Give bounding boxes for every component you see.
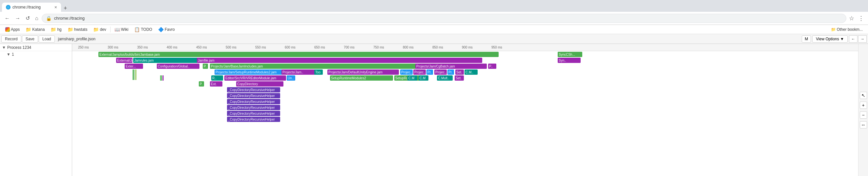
new-tab-button[interactable]: + xyxy=(61,5,70,12)
accent-bar-3 xyxy=(160,75,162,81)
track-cmult[interactable]: C.Mult.. xyxy=(437,75,453,81)
cursor-icon: ↖ xyxy=(862,93,865,98)
save-button[interactable]: Save xyxy=(22,35,38,43)
track-label: _CopyDirectoryRecursiveHelper xyxy=(228,100,275,104)
track-un[interactable]: Un.. xyxy=(287,75,295,81)
track-copy-recursive-3[interactable]: _CopyDirectoryRecursiveHelper xyxy=(227,99,280,104)
track-label: _CopyDirectoryRecursiveHelper xyxy=(228,94,275,98)
other-bookmarks-label: Other bookm... xyxy=(837,27,863,32)
track-label: External/Jam.. xyxy=(117,59,132,62)
track-set1[interactable]: Set. xyxy=(455,69,464,75)
track-label: P.. xyxy=(489,65,493,68)
track-cg-batch[interactable]: Projects/Jam/CgBatch.jam xyxy=(415,64,487,69)
bookmark-todo[interactable]: 📋 TODO xyxy=(131,26,155,33)
separator xyxy=(110,27,111,32)
track-cm2[interactable]: C.M xyxy=(407,75,417,81)
bookmark-apps[interactable]: Apps xyxy=(3,27,22,32)
track-copy-recursive-4[interactable]: _CopyDirectoryRecursiveHelper xyxy=(227,105,280,110)
bookmark-favro[interactable]: 🔷 Favro xyxy=(155,26,178,33)
track-external-jamplus[interactable]: External/Jamplus/builds/bin/Jambase.jam xyxy=(98,52,499,57)
track-label: R.. xyxy=(212,76,217,80)
right-panel[interactable]: 250 ms 300 ms 350 ms 400 ms 450 ms 500 m… xyxy=(72,44,868,176)
track-config-global[interactable]: Configuration/Global.. xyxy=(157,64,199,69)
tracks-area[interactable]: External/Jamplus/builds/bin/Jambase.jam … xyxy=(72,51,868,176)
track-label: Projects/Jam/SetupRuntimeModules2.jam xyxy=(216,70,277,74)
track-projects-jam[interactable]: Projects/Jam.. xyxy=(281,69,317,75)
time-ruler: 250 ms 300 ms 350 ms 400 ms 450 ms 500 m… xyxy=(72,44,868,51)
track-label: Configuration/Global.. xyxy=(158,65,190,68)
fit-icon: ↔ xyxy=(861,122,866,128)
track-jamrules[interactable]: Jamrules.jam xyxy=(133,58,199,63)
reload-button[interactable]: ↺ xyxy=(24,14,32,23)
track-label: _CopyDirectoryRecursiveHelper xyxy=(228,88,275,92)
time-350: 350 ms xyxy=(137,45,148,49)
load-button[interactable]: Load xyxy=(39,35,55,43)
record-button[interactable]: Record xyxy=(1,35,21,43)
bookmark-wiki[interactable]: 📖 Wiki xyxy=(112,26,131,33)
thread-expand-icon[interactable]: ▼ xyxy=(6,52,10,57)
track-too[interactable]: Too xyxy=(314,69,323,75)
track-label: Projects/Jam/DefaultUnityEngine.jam xyxy=(329,70,382,74)
track-external-jam-small[interactable]: External/Jam.. xyxy=(116,58,132,63)
track-label: C.M xyxy=(408,76,414,80)
bookmark-katana[interactable]: 📁 Katana xyxy=(23,26,47,33)
tab-close-button[interactable]: × xyxy=(55,5,57,10)
timeline-container: ▼ Process 1234 ▼ 1 250 ms 300 ms 350 ms … xyxy=(0,44,868,176)
fit-button[interactable]: ↔ xyxy=(860,121,867,129)
bookmark-katana-label: Katana xyxy=(32,27,44,32)
cursor-button[interactable]: ↖ xyxy=(860,92,867,99)
track-p-small[interactable]: P. xyxy=(203,64,208,69)
back-button[interactable]: ← xyxy=(3,14,12,23)
track-r[interactable]: R.. xyxy=(211,75,223,81)
track-label: Pr. xyxy=(428,70,431,74)
view-options-button[interactable]: View Options ▼ xyxy=(812,35,848,43)
prev-arrow-button[interactable]: ← xyxy=(849,35,858,43)
bookmark-button[interactable]: ☆ xyxy=(848,13,856,23)
track-copy-dir[interactable]: CopyDirectory xyxy=(236,81,283,86)
track-label: Projects/Jam.. xyxy=(282,70,303,74)
track-projec1[interactable]: Projec.. xyxy=(400,69,413,75)
track-p-small2[interactable]: P.. xyxy=(488,64,496,69)
track-set2[interactable]: Set. xyxy=(455,75,464,81)
track-pr2[interactable]: Pr. xyxy=(447,69,454,75)
track-label: P. xyxy=(200,82,203,86)
m-button[interactable]: M xyxy=(802,35,811,43)
folder-icon: 📁 xyxy=(68,27,73,32)
track-projec3[interactable]: Projec.. xyxy=(434,69,447,75)
track-editor-vr[interactable]: Editor/Src/VR/VREditorModule.jam xyxy=(224,75,286,81)
zoom-in-button[interactable]: + xyxy=(860,102,867,109)
other-bookmarks[interactable]: 📁 Other bookm... xyxy=(828,27,865,32)
bookmark-hwstats[interactable]: 📁 hwstats xyxy=(65,26,90,33)
zoom-out-button[interactable]: − xyxy=(860,111,867,119)
accent-bar-2 xyxy=(135,69,136,80)
bookmark-hg[interactable]: 📁 hg xyxy=(48,26,64,33)
track-syncsh[interactable]: SyncCSh... xyxy=(558,52,582,57)
apps-icon xyxy=(5,27,10,32)
menu-button[interactable]: ⋮ xyxy=(857,13,865,23)
track-copy-recursive-6[interactable]: _CopyDirectoryRecursiveHelper xyxy=(227,117,280,122)
track-setup-runtime2[interactable]: SetupRuntimeModules2 xyxy=(330,75,393,81)
track-copy-recursive-1[interactable]: _CopyDirectoryRecursiveHelper xyxy=(227,87,280,93)
track-syn[interactable]: Syn.. xyxy=(558,58,581,63)
home-button[interactable]: ⌂ xyxy=(33,14,40,23)
track-ext[interactable]: Ext. xyxy=(210,81,222,86)
next-arrow-button[interactable]: → xyxy=(858,35,867,43)
time-650: 650 ms xyxy=(314,45,325,49)
track-copy-recursive-5[interactable]: _CopyDirectoryRecursiveHelper xyxy=(227,111,280,116)
track-projec2[interactable]: Projec.. xyxy=(413,69,426,75)
bookmark-dev[interactable]: 📁 dev xyxy=(91,26,108,33)
track-exter[interactable]: Exter... xyxy=(125,64,143,69)
track-cm3[interactable]: C.M xyxy=(418,75,428,81)
track-default-unity[interactable]: Projects/Jam/DefaultUnityEngine.jam xyxy=(328,69,399,75)
track-jamfile[interactable]: Jamfile.jam xyxy=(197,58,482,63)
address-bar[interactable]: 🔒 chrome://tracing xyxy=(42,14,846,23)
time-250: 250 ms xyxy=(78,45,89,49)
active-tab[interactable]: chrome://tracing × xyxy=(2,3,61,12)
track-copy-recursive-2[interactable]: _CopyDirectoryRecursiveHelper xyxy=(227,93,280,98)
track-cm1[interactable]: C.M.. xyxy=(465,69,477,75)
folder-icon: 📁 xyxy=(93,27,99,32)
expand-arrow-icon[interactable]: ▼ xyxy=(2,45,6,50)
track-pr1[interactable]: Pr. xyxy=(427,69,433,75)
forward-button[interactable]: → xyxy=(13,14,22,23)
track-p-small3[interactable]: P. xyxy=(199,81,204,86)
